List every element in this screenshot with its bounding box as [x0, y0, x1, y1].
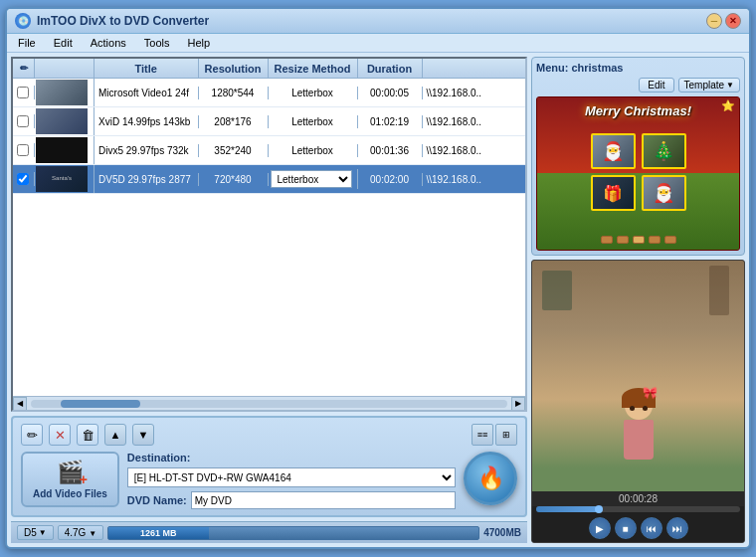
title-controls: ─ ✕: [706, 13, 741, 29]
col-check: ✏: [13, 59, 35, 78]
minimize-button[interactable]: ─: [706, 13, 722, 29]
burn-icon: 🔥: [477, 465, 504, 491]
app-title: ImTOO DivX to DVD Converter: [37, 14, 209, 28]
row-check-3[interactable]: [13, 143, 35, 157]
add-destination-row: 🎬 + Add Video Files Destination: [E] HL-…: [21, 452, 517, 509]
toolbar-row: ✏ ✕ 🗑 ▲ ▼ ≡≡ ⊞: [21, 424, 517, 446]
nav-dot-4[interactable]: [649, 236, 661, 244]
row-check-1[interactable]: [13, 86, 35, 99]
table-row[interactable]: Divx5 29.97fps 732k 352*240 Letterbox 00…: [13, 136, 525, 165]
video-progress-thumb[interactable]: [595, 505, 603, 513]
grid-view-button[interactable]: ⊞: [495, 424, 517, 446]
menu-section: Menu: christmas Edit Template ▼ Merry Ch…: [531, 57, 745, 256]
destination-row: [E] HL-DT-ST DVD+-RW GWA4164: [127, 467, 456, 487]
app-icon: 💿: [15, 13, 31, 29]
menu-edit-button[interactable]: Edit: [639, 78, 673, 93]
nav-dot-2[interactable]: [617, 236, 629, 244]
col-duration-header: Duration: [358, 59, 423, 78]
dvd-name-row: DVD Name:: [127, 491, 456, 509]
wreath-icon: 🎄: [653, 140, 674, 162]
next-button[interactable]: ⏭: [666, 517, 688, 539]
video-progress-bar[interactable]: [536, 506, 740, 512]
plus-icon: +: [80, 471, 88, 487]
scroll-track[interactable]: [31, 400, 507, 408]
xmas-thumbnails-bottom: 🎁 🎅: [537, 175, 739, 211]
menu-edit[interactable]: Edit: [51, 36, 76, 50]
scroll-thumb[interactable]: [61, 400, 140, 408]
view-toggle: ≡≡ ⊞: [472, 424, 517, 446]
nav-dot-3[interactable]: [633, 236, 645, 244]
close-icon: ✕: [55, 428, 66, 443]
quality-indicator[interactable]: D5 ▼: [17, 525, 54, 540]
destination-label: Destination:: [127, 452, 456, 464]
add-video-label: Add Video Files: [33, 488, 107, 499]
video-progress-fill: [536, 506, 598, 512]
girl-bow: 🎀: [643, 386, 658, 400]
capacity-label: 4700MB: [483, 527, 521, 538]
row-path-4: \\192.168.0..: [423, 173, 526, 186]
list-view-button[interactable]: ≡≡: [472, 424, 493, 446]
row-check-4[interactable]: [13, 172, 35, 186]
add-video-button[interactable]: 🎬 + Add Video Files: [21, 452, 119, 507]
row-dur-2: 01:02:19: [358, 115, 423, 128]
table-row[interactable]: Microsoft Video1 24f 1280*544 Letterbox …: [13, 79, 525, 107]
thumbnail-3: [36, 137, 88, 163]
title-bar-left: 💿 ImTOO DivX to DVD Converter: [15, 13, 209, 29]
row-thumb-1: [35, 79, 94, 106]
close-button[interactable]: ✕: [725, 13, 741, 29]
row-title-1: Microsoft Video1 24f: [94, 87, 199, 99]
row-res-2: 208*176: [199, 115, 269, 128]
nav-dot-1[interactable]: [601, 236, 613, 244]
bg-element-1: [542, 271, 572, 310]
table-row-selected[interactable]: Santa's DV5D 29.97fps 2877 720*480 Lette…: [13, 165, 525, 194]
row-dur-4: 00:02:00: [358, 173, 423, 186]
destination-area: Destination: [E] HL-DT-ST DVD+-RW GWA416…: [127, 452, 456, 509]
girl-head: 🎀: [625, 392, 653, 420]
menu-actions[interactable]: Actions: [88, 36, 129, 50]
edit-properties-button[interactable]: ✏: [21, 424, 43, 446]
resize-dropdown[interactable]: Letterbox Pan&Scan Full Screen Stretch: [271, 170, 352, 188]
file-table: ✏ Title Resolution Resize Method Duratio…: [11, 57, 527, 412]
menu-name-label: Menu: christmas: [536, 62, 623, 74]
menu-buttons-row: Edit Template ▼: [536, 78, 740, 93]
video-frame: 🎀: [532, 261, 744, 491]
eye-left: [630, 406, 635, 411]
dvd-name-input[interactable]: [191, 491, 456, 509]
menu-tools[interactable]: Tools: [141, 36, 173, 50]
disc-size-indicator[interactable]: 4.7G ▼: [58, 525, 103, 540]
video-controls: ▶ ■ ⏮ ⏭: [532, 514, 744, 542]
table-row[interactable]: XviD 14.99fps 143kb 208*176 Letterbox 01…: [13, 107, 525, 136]
chevron-down-icon-2: ▼: [89, 529, 96, 538]
xmas-nav-dots: [537, 236, 739, 244]
content-area: ✏ Title Resolution Resize Method Duratio…: [7, 53, 749, 547]
xmas-thumbnails-top: 🎅 🎄: [537, 129, 739, 173]
template-button[interactable]: Template ▼: [678, 78, 741, 93]
used-mb-label: 1261 MB: [140, 528, 177, 538]
menu-file[interactable]: File: [15, 36, 39, 50]
burn-button[interactable]: 🔥: [464, 452, 517, 505]
scroll-right[interactable]: ▶: [511, 397, 525, 411]
add-video-icon-container: 🎬 +: [57, 460, 84, 485]
christmas-menu-preview: Merry Christmas! ⭐ 🎅 🎄: [536, 96, 740, 251]
move-down-button[interactable]: ▼: [132, 424, 154, 446]
row-resize-4[interactable]: Letterbox Pan&Scan Full Screen Stretch: [269, 169, 358, 189]
xmas-thumb-3: 🎁: [591, 175, 636, 211]
col-resolution-header: Resolution: [199, 59, 269, 78]
remove-button[interactable]: ✕: [49, 424, 71, 446]
menu-help[interactable]: Help: [184, 36, 213, 50]
row-check-2[interactable]: [13, 114, 35, 128]
pencil-icon: ✏: [27, 428, 38, 443]
chevron-down-icon-3: ▼: [726, 81, 734, 90]
prev-button[interactable]: ⏮: [641, 517, 662, 539]
scroll-left[interactable]: ◀: [13, 397, 27, 411]
delete-button[interactable]: 🗑: [77, 424, 98, 446]
play-button[interactable]: ▶: [589, 517, 611, 539]
santa-icon: 🎅: [602, 140, 624, 162]
dvd-name-label: DVD Name:: [127, 494, 187, 506]
horizontal-scrollbar[interactable]: ◀ ▶: [13, 396, 525, 410]
move-up-button[interactable]: ▲: [104, 424, 126, 446]
stop-button[interactable]: ■: [615, 517, 637, 539]
row-title-3: Divx5 29.97fps 732k: [94, 144, 199, 157]
destination-select[interactable]: [E] HL-DT-ST DVD+-RW GWA4164: [127, 467, 456, 487]
nav-dot-5[interactable]: [664, 236, 676, 244]
